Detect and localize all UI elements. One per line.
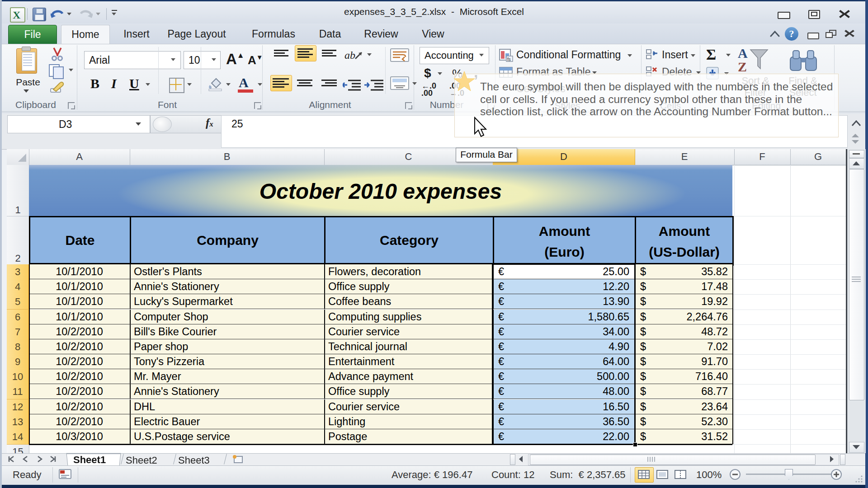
svg-text:A: A [738,46,748,61]
svg-text:fs: fs [507,57,511,62]
svg-text:ab: ab [344,49,355,61]
svg-text:Z: Z [738,59,747,74]
